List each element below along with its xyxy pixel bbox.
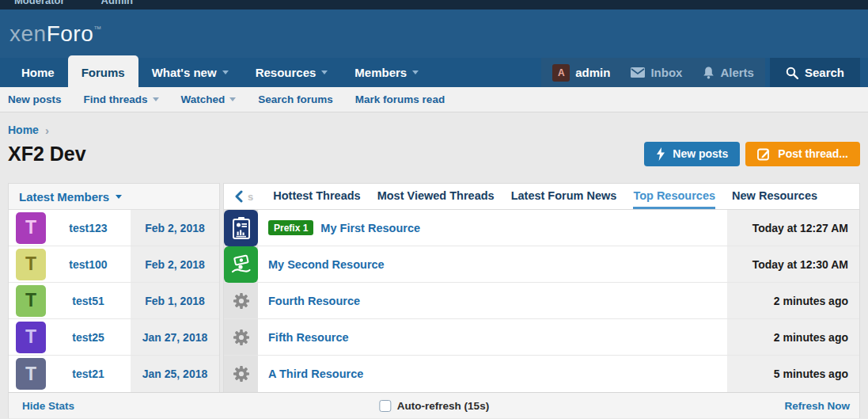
post-thread-button-label: Post thread... bbox=[778, 147, 848, 160]
xenforo-logo[interactable]: xenForo™ bbox=[9, 21, 102, 47]
gear-icon[interactable] bbox=[224, 319, 258, 355]
nav-tab-resources[interactable]: Resources bbox=[242, 58, 342, 87]
member-username[interactable]: test25 bbox=[46, 331, 131, 344]
resource-title[interactable]: A Third Resource bbox=[268, 368, 363, 380]
breadcrumb-chevron-icon: › bbox=[45, 124, 49, 137]
prefix-badge[interactable]: Prefix 1 bbox=[268, 220, 313, 235]
page-content: Home › XF2 Dev New posts Post thread... … bbox=[0, 120, 868, 418]
tab-new-resources[interactable]: New Resources bbox=[732, 184, 817, 209]
subnav-find-threads[interactable]: Find threads bbox=[84, 93, 159, 105]
resource-row: Prefix 1 My First Resource Today at 12:2… bbox=[224, 210, 859, 246]
account-block: A admin Inbox Alerts bbox=[541, 58, 765, 87]
breadcrumb: Home › bbox=[8, 120, 860, 139]
donation-hand-icon[interactable] bbox=[224, 246, 258, 283]
resource-main: Prefix 1 My First Resource bbox=[258, 210, 727, 246]
inbox-label: Inbox bbox=[650, 66, 682, 79]
main-nav: Home Forums What's new Resources Members… bbox=[0, 58, 868, 87]
subnav-new-posts-label: New posts bbox=[8, 93, 62, 105]
report-clipboard-icon[interactable] bbox=[224, 210, 258, 246]
member-join-date: Feb 2, 2018 bbox=[131, 210, 219, 246]
admin-panel-link[interactable]: Admin bbox=[101, 0, 133, 4]
post-thread-button[interactable]: Post thread... bbox=[745, 142, 860, 166]
avatar[interactable]: T bbox=[16, 322, 46, 353]
gear-icon[interactable] bbox=[224, 356, 258, 392]
nav-tab-resources-label: Resources bbox=[256, 66, 316, 79]
subnav-find-threads-label: Find threads bbox=[84, 93, 148, 105]
moderator-link[interactable]: Moderator bbox=[14, 0, 65, 4]
gear-icon[interactable] bbox=[224, 283, 258, 318]
member-username[interactable]: test123 bbox=[46, 222, 131, 234]
nav-tab-forums[interactable]: Forums bbox=[68, 55, 138, 87]
tab-hottest-threads[interactable]: Hottest Threads bbox=[273, 184, 360, 209]
alerts-button[interactable]: Alerts bbox=[703, 66, 754, 79]
avatar-letter: T bbox=[25, 253, 36, 275]
resource-main: Fifth Resource bbox=[258, 319, 727, 355]
avatar[interactable]: T bbox=[16, 285, 46, 317]
member-row: T test51 Feb 1, 2018 bbox=[9, 283, 219, 319]
avatar-letter: T bbox=[25, 364, 36, 385]
nav-tab-whats-new-label: What's new bbox=[152, 66, 217, 79]
resource-main: My Second Resource bbox=[258, 246, 727, 282]
tab-top-resources[interactable]: Top Resources bbox=[633, 184, 715, 209]
breadcrumb-home[interactable]: Home bbox=[8, 124, 39, 136]
tab-scroll-left-button[interactable] bbox=[231, 184, 246, 209]
sub-nav: New posts Find threads Watched Search fo… bbox=[0, 87, 868, 112]
logo-trademark: ™ bbox=[93, 25, 102, 33]
member-username[interactable]: test100 bbox=[46, 258, 131, 271]
member-join-date: Feb 1, 2018 bbox=[131, 283, 219, 318]
tab-most-viewed-threads[interactable]: Most Viewed Threads bbox=[377, 184, 495, 209]
subnav-watched[interactable]: Watched bbox=[181, 93, 237, 105]
resource-title[interactable]: My First Resource bbox=[320, 222, 420, 234]
subnav-mark-forums-read[interactable]: Mark forums read bbox=[355, 93, 445, 105]
resource-title[interactable]: Fourth Resource bbox=[268, 295, 360, 307]
member-join-date: Jan 27, 2018 bbox=[131, 319, 219, 355]
account-menu[interactable]: A admin bbox=[552, 64, 610, 82]
resource-main: A Third Resource bbox=[258, 356, 727, 392]
avatar-letter: T bbox=[25, 290, 36, 311]
alerts-label: Alerts bbox=[720, 66, 754, 79]
search-icon bbox=[786, 67, 798, 79]
tab-latest-forum-news[interactable]: Latest Forum News bbox=[511, 184, 617, 209]
chevron-down-icon bbox=[222, 70, 229, 74]
resource-timestamp: 2 minutes ago bbox=[727, 319, 859, 355]
avatar[interactable]: T bbox=[16, 212, 46, 244]
moderator-bar: Moderator Admin bbox=[0, 0, 868, 10]
subnav-search-forums[interactable]: Search forums bbox=[258, 93, 333, 105]
member-row: T test25 Jan 27, 2018 bbox=[9, 319, 219, 356]
search-button[interactable]: Search bbox=[770, 58, 860, 87]
status-bar: Hide Stats Auto-refresh (15s) Refresh No… bbox=[8, 392, 860, 418]
subnav-search-forums-label: Search forums bbox=[258, 93, 333, 105]
subnav-new-posts[interactable]: New posts bbox=[8, 93, 62, 105]
resource-timestamp: Today at 12:30 AM bbox=[727, 246, 859, 282]
nav-tab-whats-new[interactable]: What's new bbox=[138, 58, 242, 87]
avatar-letter: A bbox=[558, 67, 565, 78]
chevron-down-icon bbox=[153, 97, 159, 101]
member-join-date: Feb 2, 2018 bbox=[131, 246, 219, 282]
member-username[interactable]: test51 bbox=[46, 295, 131, 307]
nav-tab-home[interactable]: Home bbox=[8, 58, 68, 87]
avatar[interactable]: T bbox=[16, 249, 46, 280]
latest-members-widget: Latest Members T test123 Feb 2, 2018 T t… bbox=[8, 183, 220, 392]
refresh-now-link[interactable]: Refresh Now bbox=[784, 400, 850, 412]
new-posts-button[interactable]: New posts bbox=[644, 142, 740, 166]
hide-stats-link[interactable]: Hide Stats bbox=[22, 400, 74, 412]
inbox-button[interactable]: Inbox bbox=[631, 66, 682, 79]
latest-members-header[interactable]: Latest Members bbox=[9, 184, 219, 210]
nav-tab-members[interactable]: Members bbox=[341, 58, 432, 87]
resource-icon-cell bbox=[224, 210, 258, 246]
nav-tab-forums-label: Forums bbox=[81, 66, 125, 79]
auto-refresh-checkbox[interactable] bbox=[379, 400, 391, 412]
envelope-icon bbox=[631, 67, 645, 78]
resource-title[interactable]: My Second Resource bbox=[268, 258, 385, 271]
member-username[interactable]: test21 bbox=[46, 368, 131, 380]
lightning-icon bbox=[656, 147, 665, 161]
title-bar: XF2 Dev New posts Post thread... bbox=[8, 139, 860, 168]
avatar: A bbox=[552, 64, 570, 82]
auto-refresh-control: Auto-refresh (15s) bbox=[379, 400, 489, 412]
avatar[interactable]: T bbox=[16, 358, 46, 390]
search-label: Search bbox=[805, 66, 844, 79]
subnav-mark-forums-read-label: Mark forums read bbox=[355, 93, 445, 105]
resource-title[interactable]: Fifth Resource bbox=[268, 331, 349, 344]
resource-row: My Second Resource Today at 12:30 AM bbox=[224, 246, 859, 283]
chevron-down-icon bbox=[229, 97, 236, 101]
